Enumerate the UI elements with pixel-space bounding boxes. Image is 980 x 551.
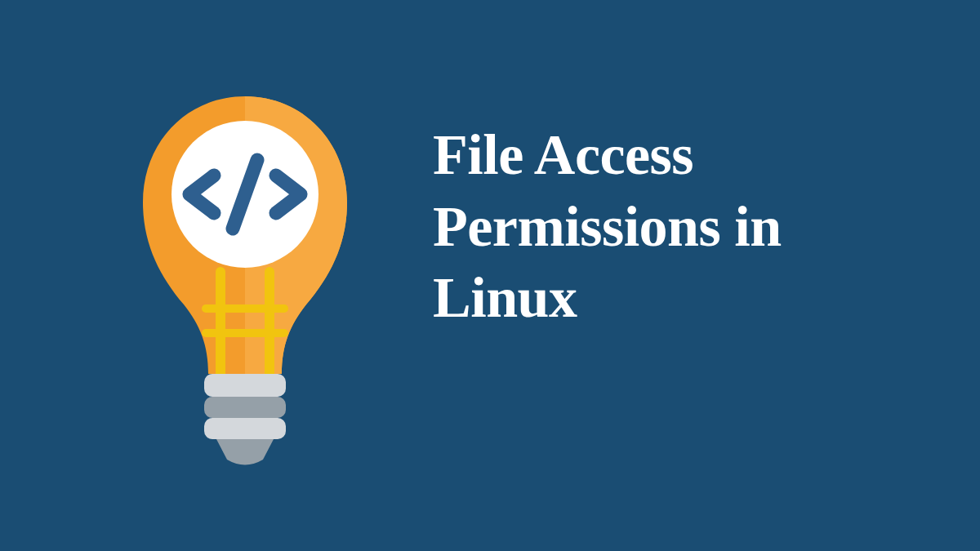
lightbulb-code-icon: [122, 72, 368, 480]
svg-rect-7: [204, 397, 286, 418]
bulb-illustration-wrapper: [106, 72, 384, 480]
slide-container: File Access Permissions in Linux: [0, 0, 980, 551]
slide-title: File Access Permissions in Linux: [433, 119, 915, 334]
svg-rect-6: [204, 374, 286, 397]
title-wrapper: File Access Permissions in Linux: [384, 119, 915, 432]
svg-rect-8: [204, 418, 286, 439]
